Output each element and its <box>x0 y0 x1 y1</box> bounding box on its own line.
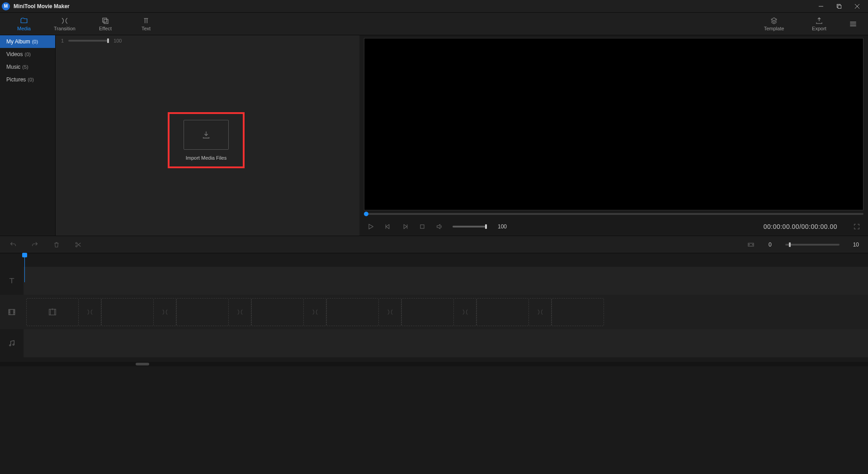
zoom-min-label: 1 <box>61 38 64 43</box>
timeline-zoom-min: 0 <box>769 242 772 248</box>
volume-thumb[interactable] <box>485 224 487 229</box>
transition-icon <box>161 308 169 316</box>
next-frame-button[interactable] <box>401 223 409 231</box>
import-highlight-box: Import Media Files <box>168 112 245 168</box>
zoom-max-label: 100 <box>113 38 122 43</box>
stop-button[interactable] <box>418 223 426 231</box>
sidebar: My Album (0) Videos (0) Music (5) Pictur… <box>0 35 55 236</box>
tab-export-label: Export <box>812 26 826 31</box>
split-button[interactable] <box>74 241 82 249</box>
volume-button[interactable] <box>435 223 443 231</box>
timeline-toolbar: 0 10 <box>0 236 868 253</box>
import-media-label: Import Media Files <box>186 155 226 161</box>
minimize-button[interactable] <box>812 0 830 13</box>
video-track[interactable] <box>24 295 868 329</box>
tab-text-label: Text <box>142 26 151 31</box>
clip-slot[interactable] <box>552 298 604 326</box>
clip-slot[interactable] <box>326 298 379 326</box>
clip-slot[interactable] <box>26 298 79 326</box>
horizontal-scrollbar[interactable] <box>0 362 868 366</box>
media-zoom-slider[interactable] <box>68 40 109 42</box>
delete-button[interactable] <box>52 241 61 249</box>
tab-effect-label: Effect <box>99 26 112 31</box>
music-track-icon <box>0 329 24 357</box>
tab-media[interactable]: Media <box>4 17 44 31</box>
fit-timeline-button[interactable] <box>747 241 755 249</box>
transition-icon <box>236 308 244 316</box>
window-controls <box>812 0 866 13</box>
sidebar-item-videos[interactable]: Videos (0) <box>0 48 55 61</box>
app-title: MiniTool Movie Maker <box>14 3 812 9</box>
import-media-button[interactable]: Import Media Files <box>184 120 229 161</box>
app-logo-icon: M <box>2 2 10 10</box>
video-track-icon <box>0 295 24 329</box>
sidebar-item-pictures[interactable]: Pictures (0) <box>0 73 55 86</box>
transition-slot[interactable] <box>529 298 552 326</box>
close-button[interactable] <box>848 0 866 13</box>
preview-panel: 100 00:00:00.00/00:00:00.00 <box>359 35 868 236</box>
tab-text[interactable]: Text <box>126 17 166 31</box>
sidebar-item-label: Music <box>6 64 20 70</box>
transition-icon <box>536 308 544 316</box>
transition-slot[interactable] <box>229 298 251 326</box>
seek-track[interactable] <box>364 213 863 215</box>
tab-effect[interactable]: Effect <box>85 17 126 31</box>
transition-slot[interactable] <box>454 298 476 326</box>
playhead[interactable] <box>24 253 25 282</box>
sidebar-item-count: (0) <box>32 39 38 44</box>
import-drop-area[interactable] <box>184 120 229 150</box>
main-area: My Album (0) Videos (0) Music (5) Pictur… <box>0 35 868 236</box>
clip-slot[interactable] <box>476 298 529 326</box>
sidebar-item-music[interactable]: Music (5) <box>0 61 55 73</box>
sidebar-item-count: (0) <box>28 77 33 82</box>
transition-slot[interactable] <box>154 298 176 326</box>
svg-marker-11 <box>386 224 389 228</box>
tab-template[interactable]: Template <box>751 17 797 31</box>
seek-bar[interactable] <box>364 210 863 218</box>
svg-rect-15 <box>420 225 424 228</box>
tab-transition-label: Transition <box>54 26 75 31</box>
preview-video[interactable] <box>364 38 863 210</box>
svg-point-27 <box>13 344 14 346</box>
media-zoom-thumb[interactable] <box>107 38 109 43</box>
maximize-button[interactable] <box>830 0 848 13</box>
svg-marker-10 <box>369 224 373 229</box>
tab-transition[interactable]: Transition <box>44 17 85 31</box>
clip-slot[interactable] <box>251 298 304 326</box>
svg-rect-5 <box>103 18 107 22</box>
clip-slot[interactable] <box>401 298 454 326</box>
sidebar-item-label: My Album <box>6 38 30 45</box>
redo-button[interactable] <box>31 241 39 249</box>
sidebar-item-count: (0) <box>24 52 30 57</box>
tab-export[interactable]: Export <box>797 17 842 31</box>
transition-slot[interactable] <box>79 298 101 326</box>
music-track[interactable] <box>24 329 868 357</box>
fullscreen-button[interactable] <box>853 223 861 231</box>
media-panel: 1 100 Import Media Files <box>55 35 359 236</box>
timeline-zoom-thumb[interactable] <box>789 242 791 247</box>
title-bar: M MiniTool Movie Maker <box>0 0 868 13</box>
prev-frame-button[interactable] <box>384 223 392 231</box>
timeline-zoom-slider[interactable] <box>785 244 840 246</box>
play-button[interactable] <box>367 223 375 231</box>
sidebar-item-my-album[interactable]: My Album (0) <box>0 35 55 48</box>
main-toolbar: Media Transition Effect Text Template Ex… <box>0 13 868 35</box>
svg-rect-2 <box>838 5 841 8</box>
transition-icon <box>461 308 469 316</box>
undo-button[interactable] <box>9 241 17 249</box>
track-header-column <box>0 253 24 362</box>
clip-slot[interactable] <box>101 298 154 326</box>
sidebar-item-count: (5) <box>22 64 28 70</box>
seek-thumb[interactable] <box>364 212 368 216</box>
volume-slider[interactable] <box>453 226 487 228</box>
transition-slot[interactable] <box>379 298 401 326</box>
menu-button[interactable] <box>842 19 864 28</box>
sidebar-item-label: Videos <box>6 51 23 57</box>
clip-slot[interactable] <box>176 298 229 326</box>
transition-slot[interactable] <box>304 298 326 326</box>
svg-marker-13 <box>404 224 407 228</box>
text-track-icon <box>0 267 24 295</box>
timeline-ruler[interactable] <box>24 253 868 267</box>
scroll-thumb[interactable] <box>136 363 149 365</box>
text-track[interactable] <box>24 267 868 295</box>
